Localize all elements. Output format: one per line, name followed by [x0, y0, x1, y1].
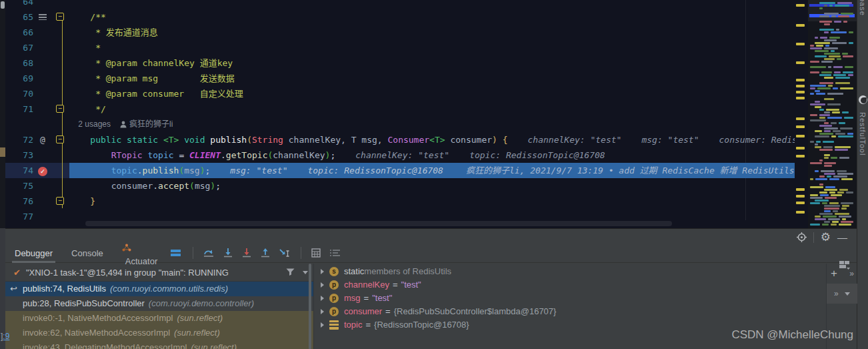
- step-out-icon[interactable]: [261, 248, 270, 258]
- code-line[interactable]: 68 * @param channelKey 通道key: [5, 55, 808, 71]
- variable-row[interactable]: sstatic members of RedisUtils: [314, 265, 826, 278]
- more-actions-icon[interactable]: »: [849, 269, 853, 278]
- minimap-token: [824, 122, 829, 124]
- watch-dropdown-caret[interactable]: [845, 292, 850, 296]
- stack-frame-row[interactable]: invoke0:-1, NativeMethodAccessorImpl(sun…: [5, 311, 313, 326]
- minimap-token: [827, 117, 842, 119]
- tab-restfultool[interactable]: RestfulTool: [859, 112, 867, 155]
- hide-window-icon[interactable]: —: [837, 232, 847, 243]
- frames-scrollbar[interactable]: [309, 264, 311, 349]
- variable-row[interactable]: pconsumer={RedisPubSubController$lambda@…: [314, 305, 826, 318]
- tab-database-partial[interactable]: base: [859, 0, 867, 16]
- minimap-token: [816, 141, 821, 143]
- minimap-token: [824, 205, 840, 207]
- expand-watches-icon[interactable]: »: [834, 289, 837, 298]
- horizontal-scrollbar[interactable]: [85, 221, 672, 226]
- fold-marker[interactable]: −: [56, 105, 64, 113]
- fold-marker[interactable]: −: [56, 13, 64, 21]
- code-editor[interactable]: 6465− /**66 * 发布通道消息67 *68 * @param chan…: [5, 0, 808, 228]
- equals-sign: =: [385, 305, 391, 318]
- minimap-token: [819, 184, 823, 186]
- minimap-token: [810, 186, 823, 188]
- editor-gutter: 73: [5, 147, 69, 163]
- expand-chevron-icon[interactable]: [321, 296, 324, 301]
- run-to-cursor-icon[interactable]: [279, 248, 291, 258]
- thread-selector[interactable]: ✔ "XNIO-1 task-1"@15,494 in group "main"…: [5, 264, 313, 282]
- variable-row[interactable]: pchannelKey="test": [314, 278, 826, 292]
- author-inlay[interactable]: 疯狂的狮子li: [129, 119, 173, 129]
- expand-chevron-icon[interactable]: [321, 309, 324, 314]
- code-line[interactable]: 72@− public static <T> void publish(Stri…: [5, 132, 808, 147]
- tab-actuator[interactable]: Actuator: [113, 244, 167, 263]
- minimap-token: [837, 173, 853, 175]
- code-text: * @param msg 发送数据: [69, 71, 808, 86]
- corner-link[interactable]: ]:9: [1, 332, 9, 341]
- expand-chevron-icon[interactable]: [321, 322, 324, 328]
- expand-chevron-icon[interactable]: [321, 282, 324, 288]
- variable-name: consumer: [344, 305, 382, 318]
- changed-lines-mark: [796, 97, 805, 99]
- code-token: channelKey: [273, 150, 325, 160]
- expand-chevron-icon[interactable]: [321, 269, 324, 274]
- thread-dropdown-caret[interactable]: [303, 271, 308, 274]
- code-line[interactable]: 76− }: [5, 194, 808, 209]
- step-into-icon[interactable]: [223, 248, 233, 258]
- evaluate-expression-icon[interactable]: [311, 248, 321, 258]
- filter-frames-icon[interactable]: [286, 268, 295, 276]
- code-line[interactable]: 75 consumer.accept(msg);: [5, 178, 808, 194]
- force-step-into-icon[interactable]: [242, 248, 251, 258]
- frame-location: publish:74, RedisUtils: [23, 284, 106, 294]
- step-over-icon[interactable]: [203, 248, 214, 258]
- code-line[interactable]: 64: [5, 0, 808, 9]
- fold-cell: −: [52, 132, 69, 147]
- code-line[interactable]: 2 usages疯狂的狮子li: [5, 117, 808, 132]
- minimap-token: [823, 216, 837, 218]
- minimap-token: [824, 31, 829, 33]
- changed-lines-mark: [796, 211, 805, 214]
- attach-target-icon[interactable]: [797, 232, 807, 242]
- minimap-token: [827, 103, 841, 105]
- code-minimap[interactable]: [808, 0, 857, 228]
- code-line[interactable]: 74✓ topic.publish(msg);msg: "test"topic:…: [5, 163, 808, 178]
- code-line[interactable]: 66 * 发布通道消息: [5, 25, 808, 40]
- breakpoint-icon[interactable]: ✓: [38, 167, 47, 176]
- gutter-icon-cell: [33, 101, 52, 117]
- code-token: public static: [90, 135, 163, 145]
- code-line[interactable]: 73 RTopic topic = CLIENT.getTopic(channe…: [5, 147, 808, 163]
- code-token: ;: [205, 165, 211, 176]
- code-token: void: [184, 135, 210, 145]
- settings-gear-icon[interactable]: ⚙: [821, 230, 831, 244]
- code-line[interactable]: 67 *: [5, 40, 808, 55]
- left-tool-stripe: [0, 0, 5, 228]
- error-stripe[interactable]: [795, 0, 808, 228]
- add-watch-button[interactable]: +: [831, 267, 837, 280]
- layout-settings-icon[interactable]: [330, 249, 341, 257]
- code-line[interactable]: 65− /**: [5, 9, 808, 25]
- frame-package: (sun.reflect): [191, 342, 237, 349]
- code-token: * @param channelKey 通道key: [69, 58, 233, 68]
- corner-link-text[interactable]: :9: [3, 332, 9, 341]
- stack-frame-row[interactable]: invoke:43, DelegatingMethodAccessorImpl(…: [5, 340, 313, 349]
- code-line[interactable]: 69 * @param msg 发送数据: [5, 71, 808, 86]
- stack-frame-row[interactable]: ↩publish:74, RedisUtils(com.ruoyi.common…: [5, 282, 313, 296]
- tool-stripe-icon[interactable]: [1, 1, 5, 9]
- minimap-token: [819, 176, 825, 178]
- fold-cell: [52, 86, 69, 101]
- fold-marker[interactable]: −: [56, 197, 64, 205]
- variable-row[interactable]: pmsg="test": [314, 292, 826, 305]
- frames-panel: ✔ "XNIO-1 task-1"@15,494 in group "main"…: [5, 264, 313, 349]
- fold-cell: [52, 55, 69, 71]
- view-options-icon[interactable]: [171, 250, 181, 256]
- minimap-token: [843, 71, 853, 73]
- code-line[interactable]: 71− */: [5, 101, 808, 117]
- tab-debugger[interactable]: Debugger: [5, 244, 62, 263]
- code-line[interactable]: 70 * @param consumer 自定义处理: [5, 86, 808, 101]
- structure-icon[interactable]: [39, 14, 47, 20]
- changed-lines-mark: [796, 43, 805, 45]
- stack-frame-row[interactable]: invoke:62, NativeMethodAccessorImpl(sun.…: [5, 326, 313, 340]
- tab-console[interactable]: Console: [62, 244, 113, 263]
- minimap-token: [824, 127, 838, 129]
- fold-marker[interactable]: −: [56, 135, 64, 143]
- usages-inlay[interactable]: 2 usages: [69, 119, 111, 129]
- stack-frame-row[interactable]: pub:28, RedisPubSubController(com.ruoyi.…: [5, 296, 313, 311]
